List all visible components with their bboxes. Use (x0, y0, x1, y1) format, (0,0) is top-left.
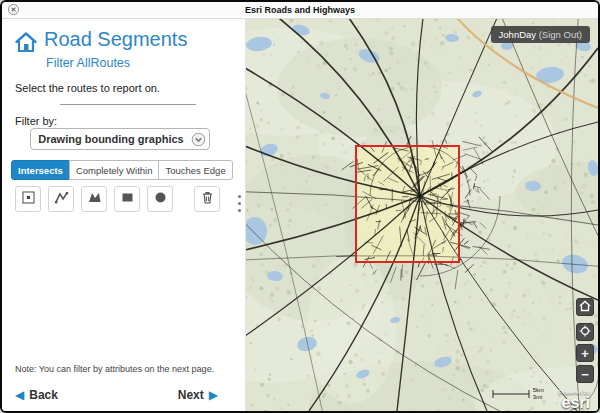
next-label: Next (178, 388, 204, 402)
zoom-in-button[interactable]: + (576, 344, 594, 362)
scale-bar: 5km 3mi (492, 387, 544, 401)
rectangle-icon (120, 190, 135, 209)
polyline-tool-button[interactable] (48, 186, 74, 212)
scale-km: 5km (533, 387, 544, 394)
panel-resize-handle[interactable] (234, 18, 246, 411)
esri-brand: esri (558, 395, 590, 410)
footnote-text: Note: You can filter by attributes on th… (15, 364, 228, 374)
next-arrow-icon: ▶ (209, 389, 218, 401)
filter-by-label: Filter by: (15, 115, 57, 127)
user-name: JohnDay (499, 29, 537, 40)
user-signout-button[interactable]: JohnDay (Sign Out) (491, 26, 590, 43)
title-bar: ✕ Esri Roads and Highways (2, 2, 598, 19)
divider-line (60, 104, 196, 105)
tab-completely-within[interactable]: Completely Within (69, 160, 160, 180)
handle-dot (238, 209, 241, 212)
draw-toolbar (15, 186, 220, 212)
filter-method-dropdown[interactable]: Drawing bounding graphics (30, 128, 210, 150)
scale-labels: 5km 3mi (533, 387, 544, 401)
scale-mi: 3mi (533, 394, 544, 401)
tab-intersects[interactable]: Intersects (11, 160, 70, 180)
polygon-icon (87, 190, 102, 209)
spatial-filter-tabs: Intersects Completely Within Touches Edg… (11, 160, 233, 180)
zoom-out-button[interactable]: − (576, 365, 594, 383)
window-title: Esri Roads and Highways (245, 5, 355, 15)
polygon-tool-button[interactable] (81, 186, 107, 212)
close-icon[interactable]: ✕ (8, 4, 19, 15)
page-title: Road Segments (44, 28, 187, 51)
chevron-down-icon (191, 132, 206, 151)
ellipse-icon (153, 190, 168, 209)
point-icon (21, 190, 36, 209)
app-window: ✕ Esri Roads and Highways Road Segments … (0, 0, 600, 413)
handle-dot (238, 202, 241, 205)
map-controls: + − (576, 295, 594, 383)
sign-out-label: (Sign Out) (539, 29, 582, 40)
back-button[interactable]: ◀ Back (15, 388, 58, 402)
trash-icon (200, 190, 215, 209)
map-container: JohnDay (Sign Out) (245, 18, 598, 411)
back-label: Back (29, 388, 58, 402)
rectangle-tool-button[interactable] (114, 186, 140, 212)
polyline-icon (54, 190, 69, 209)
map-canvas[interactable] (245, 18, 598, 411)
instruction-text: Select the routes to report on. (15, 82, 160, 94)
page-subtitle: Filter AllRoutes (46, 56, 130, 70)
clear-graphics-button[interactable] (194, 186, 220, 212)
next-button[interactable]: Next ▶ (178, 388, 218, 402)
locate-icon (579, 325, 591, 339)
side-panel: Road Segments Filter AllRoutes Select th… (2, 18, 234, 411)
locate-button[interactable] (576, 323, 594, 341)
dropdown-selected-value: Drawing bounding graphics (31, 129, 209, 149)
esri-logo: Powered by esri (558, 389, 590, 410)
ellipse-tool-button[interactable] (147, 186, 173, 212)
tab-touches-edge[interactable]: Touches Edge (158, 160, 232, 180)
scale-bar-line (492, 389, 530, 399)
point-tool-button[interactable] (15, 186, 41, 212)
handle-dot (238, 195, 241, 198)
back-arrow-icon: ◀ (15, 389, 24, 401)
home-icon (579, 300, 591, 314)
home-extent-button[interactable] (576, 298, 594, 316)
road-segments-icon (14, 30, 38, 54)
